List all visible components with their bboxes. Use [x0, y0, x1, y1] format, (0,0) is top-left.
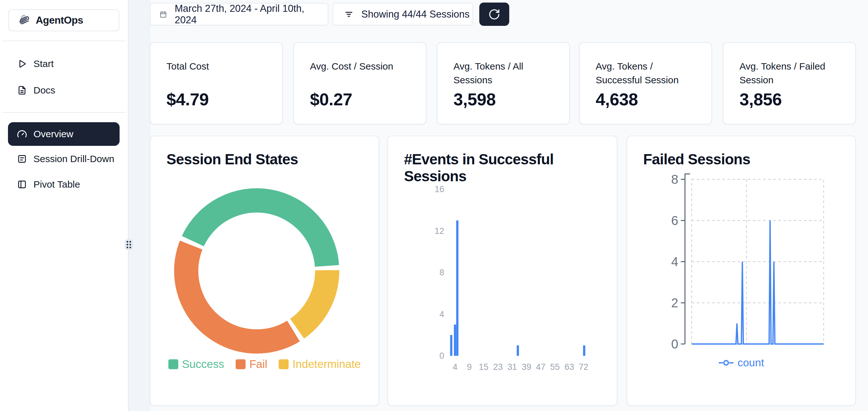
svg-text:72: 72 [579, 362, 588, 372]
svg-text:55: 55 [550, 362, 560, 372]
svg-text:6: 6 [671, 213, 678, 228]
svg-text:31: 31 [507, 362, 517, 372]
legend-swatch [279, 359, 288, 369]
metric-label: Total Cost [166, 59, 271, 73]
donut-legend: Success Fail Indeterminate [151, 358, 378, 371]
sessions-filter-button[interactable]: Showing 44/44 Sessions [333, 3, 473, 26]
failed-sessions-card: Failed Sessions 02468 count [627, 136, 856, 406]
sidebar-item-docs[interactable]: Docs [8, 79, 120, 102]
gauge-icon [17, 129, 27, 139]
svg-text:4: 4 [439, 310, 444, 319]
calendar-icon [159, 10, 167, 18]
date-range-button[interactable]: March 27th, 2024 - April 10th, 2024 [150, 3, 329, 26]
metric-card-avg-tokens-failed: Avg. Tokens / Failed Session 3,856 [723, 42, 856, 124]
legend-item-fail: Fail [236, 358, 267, 371]
play-icon [17, 59, 27, 69]
metric-value: 4,638 [596, 89, 638, 109]
agentops-dashboard: AgentOps Start Docs Overview [0, 0, 868, 411]
date-range-label: March 27th, 2024 - April 10th, 2024 [175, 3, 328, 26]
legend-item-indeterminate: Indeterminate [279, 358, 361, 371]
svg-text:4: 4 [671, 255, 678, 269]
legend-item-success: Success [168, 358, 224, 371]
metric-card-avg-cost-session: Avg. Cost / Session $0.27 [293, 42, 426, 124]
metric-value: 3,856 [740, 89, 782, 109]
svg-text:2: 2 [671, 296, 678, 310]
refresh-button[interactable] [479, 3, 509, 26]
session-drilldown-icon [17, 154, 27, 164]
sidebar-item-label: Overview [33, 128, 73, 140]
svg-text:63: 63 [564, 362, 574, 372]
metric-card-avg-tokens-successful: Avg. Tokens / Successful Session 4,638 [579, 42, 712, 124]
svg-text:39: 39 [522, 362, 531, 372]
sidebar-item-overview[interactable]: Overview [8, 122, 120, 146]
metric-card-avg-tokens-all: Avg. Tokens / All Sessions 3,598 [437, 42, 570, 124]
line-series-marker-icon [718, 359, 734, 366]
legend-swatch [168, 359, 178, 369]
sidebar-item-pivot-table[interactable]: Pivot Table [8, 173, 120, 196]
sidebar-item-label: Start [33, 58, 54, 69]
svg-text:8: 8 [439, 268, 444, 277]
metric-label: Avg. Tokens / Failed Session [740, 59, 844, 87]
svg-text:47: 47 [536, 362, 545, 372]
sidebar-item-label: Session Drill-Down [33, 153, 114, 164]
pivot-table-icon [17, 179, 27, 189]
metric-card-total-cost: Total Cost $4.79 [150, 42, 283, 124]
count-legend: count [627, 356, 855, 369]
events-in-successful-sessions-card: #Events in Successful Sessions 048121649… [388, 136, 617, 406]
brand-logo[interactable]: AgentOps [8, 9, 119, 31]
legend-label: Success [182, 358, 224, 371]
legend-swatch [236, 359, 246, 369]
sidebar-divider [3, 112, 125, 113]
sidebar-item-session-drill-down[interactable]: Session Drill-Down [8, 147, 120, 171]
legend-label: count [738, 356, 764, 369]
sidebar-item-start[interactable]: Start [8, 52, 120, 76]
filter-icon [344, 9, 354, 19]
svg-text:16: 16 [435, 184, 444, 194]
sidebar-resize-handle[interactable] [125, 239, 133, 250]
metric-value: 3,598 [454, 89, 496, 109]
metric-label: Avg. Tokens / Successful Session [596, 59, 700, 87]
svg-text:12: 12 [435, 226, 444, 236]
sessions-filter-label: Showing 44/44 Sessions [361, 9, 470, 20]
refresh-icon [488, 8, 500, 21]
sidebar: AgentOps Start Docs Overview [0, 0, 128, 411]
metric-value: $0.27 [310, 89, 352, 109]
svg-text:9: 9 [467, 362, 472, 372]
paperclip-logo-icon [17, 14, 30, 27]
sidebar-item-label: Pivot Table [33, 179, 80, 190]
metric-label: Avg. Cost / Session [310, 59, 414, 73]
svg-text:15: 15 [479, 362, 489, 372]
docs-icon [17, 85, 27, 95]
session-end-states-card: Session End States Success Fail Indeterm… [150, 136, 379, 406]
sidebar-divider [3, 40, 125, 41]
svg-text:8: 8 [671, 172, 678, 186]
metric-label: Avg. Tokens / All Sessions [454, 59, 558, 87]
sidebar-item-label: Docs [33, 85, 55, 96]
legend-label: Fail [249, 358, 267, 371]
svg-text:23: 23 [493, 362, 502, 372]
sidebar-gutter [128, 0, 150, 411]
events-bar-chart: 0481216491523313947556372 [388, 136, 618, 407]
metric-value: $4.79 [166, 89, 209, 109]
svg-text:0: 0 [671, 337, 678, 351]
legend-label: Indeterminate [292, 358, 361, 371]
svg-text:0: 0 [439, 351, 444, 360]
brand-name: AgentOps [36, 14, 83, 26]
svg-text:4: 4 [453, 362, 457, 372]
